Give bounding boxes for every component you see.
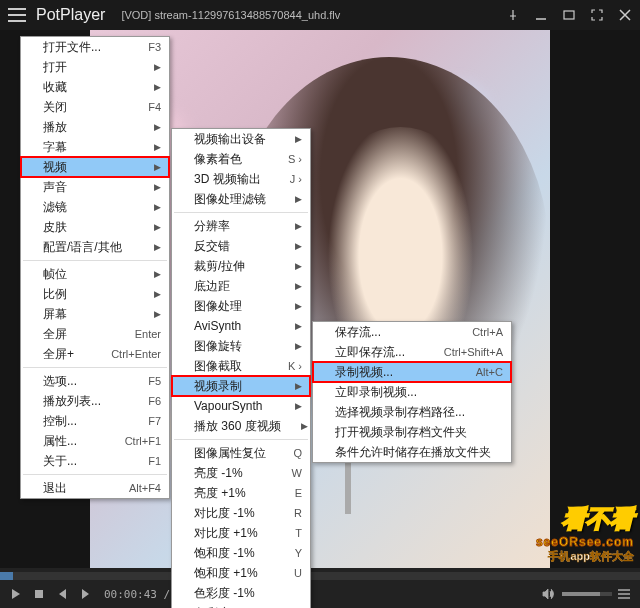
main-menu-item[interactable]: 比例▶ — [21, 284, 169, 304]
record-menu-item[interactable]: 打开视频录制存档文件夹 — [313, 422, 511, 442]
submenu-arrow-icon: ▶ — [295, 301, 302, 311]
record-menu-item[interactable]: 录制视频...Alt+C — [313, 362, 511, 382]
menu-item-label: 播放 — [43, 119, 134, 136]
menu-shortcut: Ctrl+Enter — [111, 348, 161, 360]
menu-item-label: 滤镜 — [43, 199, 134, 216]
main-menu-item[interactable]: 全屏Enter — [21, 324, 169, 344]
menu-shortcut: E — [295, 487, 302, 499]
main-menu-item[interactable]: 属性...Ctrl+F1 — [21, 431, 169, 451]
video-menu-item[interactable]: 底边距▶ — [172, 276, 310, 296]
main-menu-item[interactable]: 退出Alt+F4 — [21, 478, 169, 498]
menu-item-label: 播放列表... — [43, 393, 128, 410]
menu-item-label: 饱和度 +1% — [194, 565, 274, 582]
main-menu-item[interactable]: 控制...F7 — [21, 411, 169, 431]
maximize-icon[interactable] — [562, 8, 576, 22]
fullscreen-icon[interactable] — [590, 8, 604, 22]
menu-item-label: 声音 — [43, 179, 134, 196]
main-menu-item[interactable]: 播放▶ — [21, 117, 169, 137]
video-menu-item[interactable]: 亮度 +1%E — [172, 483, 310, 503]
main-menu-item[interactable]: 皮肤▶ — [21, 217, 169, 237]
submenu-arrow-icon: ▶ — [301, 421, 308, 431]
main-menu-item[interactable]: 屏幕▶ — [21, 304, 169, 324]
volume-icon[interactable] — [542, 588, 556, 600]
video-menu-item[interactable]: 图像截取K › — [172, 356, 310, 376]
video-menu-item[interactable]: 反交错▶ — [172, 236, 310, 256]
menu-item-label: 图像处理滤镜 — [194, 191, 275, 208]
hamburger-icon[interactable] — [8, 8, 26, 22]
submenu-arrow-icon: ▶ — [154, 142, 161, 152]
volume-slider[interactable] — [562, 592, 612, 596]
submenu-arrow-icon: ▶ — [295, 241, 302, 251]
next-icon[interactable] — [80, 588, 92, 600]
submenu-arrow-icon: ▶ — [154, 62, 161, 72]
video-menu-item[interactable]: 像素着色S › — [172, 149, 310, 169]
record-menu-item[interactable]: 选择视频录制存档路径... — [313, 402, 511, 422]
main-menu-item[interactable]: 播放列表...F6 — [21, 391, 169, 411]
menu-item-label: 比例 — [43, 286, 134, 303]
menu-shortcut: F5 — [148, 375, 161, 387]
progress-track[interactable] — [0, 572, 640, 580]
video-menu-item[interactable]: AviSynth▶ — [172, 316, 310, 336]
app-name: PotPlayer — [36, 6, 105, 24]
video-menu-item[interactable]: 裁剪/拉伸▶ — [172, 256, 310, 276]
submenu-arrow-icon: ▶ — [154, 82, 161, 92]
submenu-arrow-icon: ▶ — [154, 309, 161, 319]
record-menu-item[interactable]: 条件允许时储存在播放文件夹 — [313, 442, 511, 462]
main-menu-item[interactable]: 视频▶ — [21, 157, 169, 177]
play-icon[interactable] — [10, 588, 22, 600]
video-menu-item[interactable]: 亮度 -1%W — [172, 463, 310, 483]
menu-item-label: 饱和度 -1% — [194, 545, 275, 562]
video-menu-item[interactable]: 图像处理滤镜▶ — [172, 189, 310, 209]
video-menu-item[interactable]: 图像属性复位Q — [172, 443, 310, 463]
video-menu-item[interactable]: 图像旋转▶ — [172, 336, 310, 356]
record-menu-item[interactable]: 立即录制视频... — [313, 382, 511, 402]
main-menu-item[interactable]: 关闭F4 — [21, 97, 169, 117]
menu-item-label: 打开 — [43, 59, 134, 76]
main-menu-item[interactable]: 关于...F1 — [21, 451, 169, 471]
submenu-arrow-icon: ▶ — [295, 281, 302, 291]
prev-icon[interactable] — [56, 588, 68, 600]
video-menu-item[interactable]: 饱和度 +1%U — [172, 563, 310, 583]
menu-item-label: 皮肤 — [43, 219, 134, 236]
menu-item-label: 底边距 — [194, 278, 275, 295]
menu-shortcut: Enter — [135, 328, 161, 340]
video-menu-item[interactable]: 视频录制▶ — [172, 376, 310, 396]
video-menu-item[interactable]: 色彩度 +1% — [172, 603, 310, 608]
menu-item-label: 选择视频录制存档路径... — [335, 404, 503, 421]
video-menu-item[interactable]: 3D 视频输出J › — [172, 169, 310, 189]
context-menu-main: 打开文件...F3打开▶收藏▶关闭F4播放▶字幕▶视频▶声音▶滤镜▶皮肤▶配置/… — [20, 36, 170, 499]
main-menu-item[interactable]: 帧位▶ — [21, 264, 169, 284]
menu-item-label: 关于... — [43, 453, 128, 470]
video-menu-item[interactable]: 视频输出设备▶ — [172, 129, 310, 149]
menu-item-label: 屏幕 — [43, 306, 134, 323]
record-menu-item[interactable]: 保存流...Ctrl+A — [313, 322, 511, 342]
video-menu-item[interactable]: 对比度 +1%T — [172, 523, 310, 543]
close-icon[interactable] — [618, 8, 632, 22]
video-menu-item[interactable]: 对比度 -1%R — [172, 503, 310, 523]
pin-icon[interactable] — [506, 8, 520, 22]
menu-item-label: 打开文件... — [43, 39, 128, 56]
main-menu-item[interactable]: 打开文件...F3 — [21, 37, 169, 57]
main-menu-item[interactable]: 全屏+Ctrl+Enter — [21, 344, 169, 364]
stop-icon[interactable] — [34, 589, 44, 599]
main-menu-item[interactable]: 字幕▶ — [21, 137, 169, 157]
menu-item-label: 配置/语言/其他 — [43, 239, 134, 256]
video-menu-item[interactable]: 色彩度 -1% — [172, 583, 310, 603]
video-menu-item[interactable]: VapourSynth▶ — [172, 396, 310, 416]
main-menu-item[interactable]: 选项...F5 — [21, 371, 169, 391]
video-menu-item[interactable]: 播放 360 度视频▶ — [172, 416, 310, 436]
main-menu-item[interactable]: 配置/语言/其他▶ — [21, 237, 169, 257]
main-menu-item[interactable]: 打开▶ — [21, 57, 169, 77]
playlist-icon[interactable] — [618, 589, 630, 599]
minimize-icon[interactable] — [534, 8, 548, 22]
record-menu-item[interactable]: 立即保存流...Ctrl+Shift+A — [313, 342, 511, 362]
video-menu-item[interactable]: 饱和度 -1%Y — [172, 543, 310, 563]
main-menu-item[interactable]: 收藏▶ — [21, 77, 169, 97]
video-menu-item[interactable]: 分辨率▶ — [172, 216, 310, 236]
submenu-arrow-icon: ▶ — [154, 222, 161, 232]
main-menu-item[interactable]: 声音▶ — [21, 177, 169, 197]
titlebar: PotPlayer [VOD] stream-11299761348857084… — [0, 0, 640, 30]
video-menu-item[interactable]: 图像处理▶ — [172, 296, 310, 316]
menu-shortcut: J › — [290, 173, 302, 185]
main-menu-item[interactable]: 滤镜▶ — [21, 197, 169, 217]
